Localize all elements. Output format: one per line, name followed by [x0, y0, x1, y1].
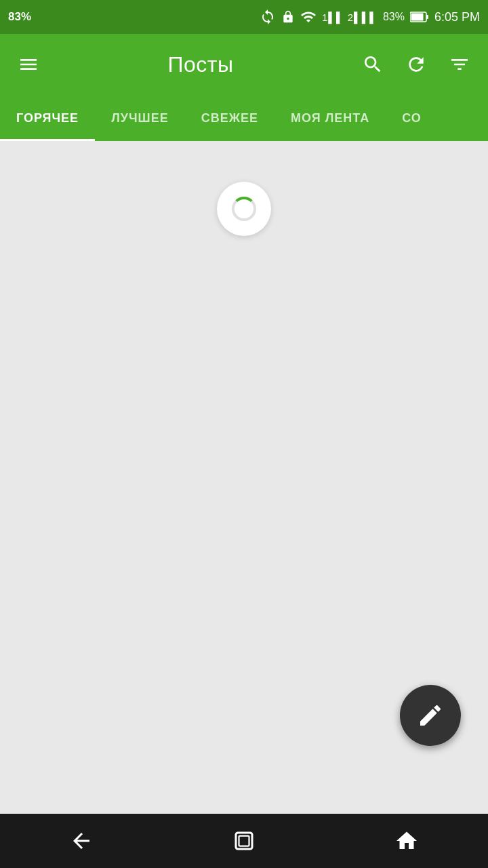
- battery-icon-label: 83%: [383, 11, 405, 23]
- tab-bar: ГОРЯЧЕЕ ЛУЧШЕЕ СВЕЖЕЕ МОЯ ЛЕНТА СО: [0, 95, 488, 141]
- sync-icon: [260, 9, 276, 25]
- refresh-button[interactable]: [401, 50, 431, 79]
- battery-percent-label: 83%: [8, 10, 31, 24]
- compose-fab[interactable]: [400, 685, 461, 746]
- recents-button[interactable]: [217, 821, 271, 861]
- search-button[interactable]: [358, 50, 388, 79]
- edit-icon: [417, 702, 444, 729]
- status-right: 1▌▌ 2▌▌▌ 83% 6:05 PM: [260, 9, 480, 25]
- tab-hot[interactable]: ГОРЯЧЕЕ: [0, 95, 95, 141]
- signal-bars: 1▌▌ 2▌▌▌: [322, 12, 378, 23]
- lock-icon: [281, 10, 295, 24]
- tab-fresh[interactable]: СВЕЖЕЕ: [185, 95, 274, 141]
- filter-button[interactable]: [445, 50, 474, 79]
- wifi-icon: [300, 9, 317, 25]
- tab-best[interactable]: ЛУЧШЕЕ: [95, 95, 185, 141]
- app-bar: Посты: [0, 34, 488, 95]
- home-icon: [394, 829, 419, 853]
- status-bar: 83% 1▌▌ 2▌▌▌ 83% 6:05 PM: [0, 0, 488, 34]
- svg-rect-1: [426, 15, 428, 19]
- svg-rect-2: [411, 14, 423, 21]
- loading-spinner: [232, 197, 256, 221]
- battery-icon: [410, 12, 429, 22]
- content-area: [0, 141, 488, 814]
- tab-my-feed[interactable]: МОЯ ЛЕНТА: [274, 95, 386, 141]
- recents-icon: [232, 829, 256, 853]
- status-left: 83%: [8, 10, 31, 24]
- bottom-nav: [0, 814, 488, 868]
- home-button[interactable]: [380, 821, 434, 861]
- back-button[interactable]: [54, 821, 108, 861]
- loading-spinner-container: [217, 182, 271, 236]
- tab-co[interactable]: СО: [386, 95, 438, 141]
- time-display: 6:05 PM: [434, 10, 480, 24]
- back-icon: [69, 829, 94, 853]
- page-title: Посты: [57, 52, 344, 77]
- menu-button[interactable]: [14, 50, 43, 79]
